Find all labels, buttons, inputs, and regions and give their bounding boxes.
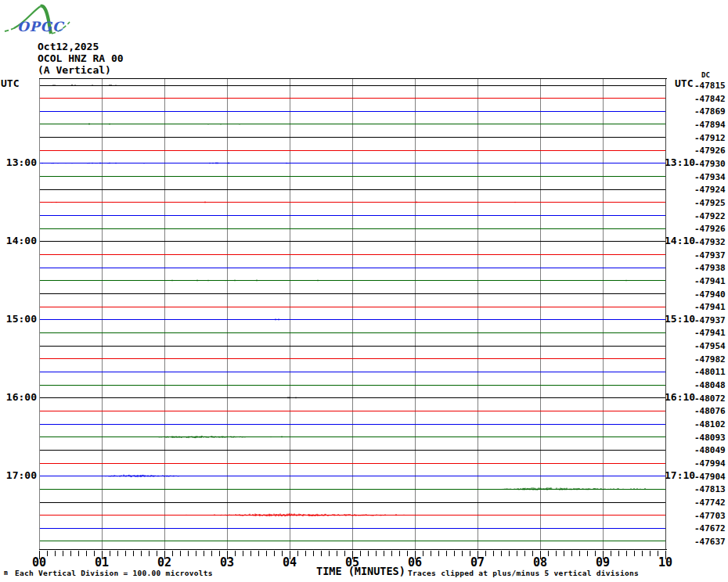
- dc-offset-value: -47922: [694, 211, 726, 221]
- dc-offset-value: -48102: [694, 419, 726, 429]
- hour-label-right: 13:10: [665, 156, 695, 168]
- dc-offset-value: -47894: [694, 120, 726, 130]
- webicorder-page: OPGC Oct12,2025 OCOL HNZ RA 00 (A Vertic…: [0, 0, 728, 582]
- hour-label-right: 17:10: [665, 469, 695, 481]
- dc-offset-value: -47926: [694, 224, 726, 234]
- dc-offset-value: -47941: [694, 328, 726, 338]
- dc-offset-value: -47924: [694, 185, 726, 195]
- hour-label-left: 14:00: [0, 235, 37, 246]
- dc-offset-value: -47926: [694, 146, 726, 156]
- dc-offset-value: -48048: [694, 380, 726, 390]
- dc-offset-value: -47912: [694, 133, 726, 143]
- dc-offset-value: -47842: [694, 94, 726, 104]
- dc-offset-value: -48093: [694, 433, 726, 443]
- dc-offset-value: -48076: [694, 406, 726, 416]
- dc-offset-value: -47941: [694, 276, 726, 286]
- dc-offset-value: -47703: [694, 511, 726, 521]
- trace-event: [221, 513, 384, 516]
- dc-offset-value: -47932: [694, 237, 726, 247]
- hour-label-left: 15:00: [0, 313, 37, 325]
- x-tick-label: 03: [215, 555, 239, 569]
- dc-offset-value: -47934: [694, 172, 726, 182]
- x-tick-label: 07: [466, 555, 489, 569]
- dc-offset-value: -47815: [694, 81, 726, 91]
- dc-offset-value: -47940: [694, 289, 726, 300]
- vertical-scale-note: Each Vertical Division = 100.00 microvol…: [15, 569, 213, 577]
- dc-offset-value: -47813: [694, 484, 726, 494]
- hour-label-right: 15:10: [665, 313, 695, 325]
- hour-label-left: 13:00: [0, 156, 37, 168]
- x-tick-label: 01: [90, 555, 114, 569]
- dc-offset-value: -47930: [694, 159, 726, 169]
- dc-offset-value: -47904: [694, 472, 726, 482]
- helicorder-plot: [0, 0, 728, 582]
- dc-offset-value: -47937: [694, 315, 726, 325]
- x-tick-label: 10: [654, 555, 677, 569]
- dc-offset-value: -48049: [694, 445, 726, 455]
- footer-corner-glyph: m: [4, 569, 8, 577]
- dc-offset-value: -47954: [694, 341, 726, 351]
- x-tick-label: 08: [528, 555, 552, 569]
- dc-offset-value: -47982: [694, 354, 726, 365]
- dc-offset-value: -47672: [694, 523, 726, 534]
- clipping-note: Traces clipped at plus/minus 5 vertical …: [408, 569, 639, 577]
- x-axis-title: TIME (MINUTES): [316, 565, 405, 577]
- hour-label-right: 14:10: [665, 235, 695, 246]
- x-tick-label: 09: [591, 555, 614, 569]
- x-tick-label: 00: [27, 555, 51, 569]
- dc-offset-value: -48072: [694, 393, 726, 404]
- trace-event: [155, 436, 246, 438]
- dc-offset-value: -47941: [694, 302, 726, 312]
- dc-offset-value: -48011: [694, 367, 726, 377]
- dc-offset-value: -47637: [694, 537, 726, 547]
- dc-offset-value: -47994: [694, 458, 726, 469]
- dc-offset-value: -47937: [694, 250, 726, 260]
- hour-label-right: 16:10: [665, 391, 695, 403]
- trace-event: [503, 487, 618, 490]
- x-tick-label: 06: [403, 555, 427, 569]
- x-tick-label: 02: [153, 555, 176, 569]
- dc-offset-value: -47869: [694, 106, 726, 117]
- hour-label-left: 16:00: [0, 391, 37, 403]
- x-tick-label: 04: [278, 555, 301, 569]
- dc-offset-value: -47938: [694, 263, 726, 273]
- dc-offset-value: -47742: [694, 498, 726, 508]
- dc-offset-value: -47925: [694, 198, 726, 208]
- hour-label-left: 17:00: [0, 469, 37, 481]
